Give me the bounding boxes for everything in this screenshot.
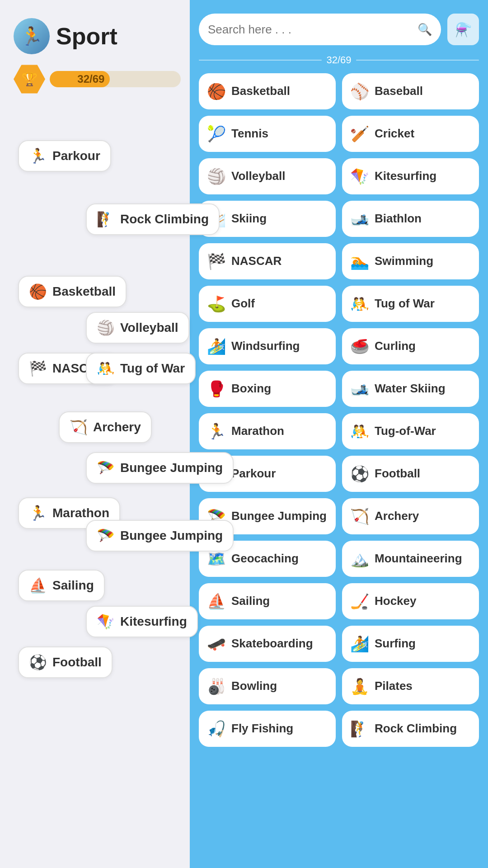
label-rock-climbing: Rock Climbing bbox=[120, 212, 209, 226]
grid-item-marathon[interactable]: 🏃Marathon bbox=[199, 413, 336, 449]
label-kitesurfing: Kitesurfing bbox=[120, 614, 187, 629]
grid-label-archery: Archery bbox=[375, 509, 419, 523]
left-item-volleyball[interactable]: 🏐Volleyball bbox=[86, 312, 189, 344]
trophy-icon: 🏆 bbox=[14, 63, 45, 95]
grid-item-surfing[interactable]: 🏄Surfing bbox=[342, 626, 479, 662]
grid-label-boxing: Boxing bbox=[231, 382, 271, 396]
label-bungee-jumping-2: Bungee Jumping bbox=[120, 528, 223, 543]
grid-label-baseball: Baseball bbox=[375, 84, 423, 98]
grid-emoji-cricket: 🏏 bbox=[350, 125, 369, 143]
grid-label-windsurfing: Windsurfing bbox=[231, 339, 300, 353]
left-item-tug-of-war[interactable]: 🤼Tug of War bbox=[86, 353, 196, 384]
grid-item-kitesurfing[interactable]: 🪁Kitesurfing bbox=[342, 158, 479, 194]
emoji-rock-climbing: 🧗 bbox=[97, 211, 115, 228]
left-item-bungee-jumping-2[interactable]: 🪂Bungee Jumping bbox=[86, 520, 234, 552]
grid-item-archery[interactable]: 🏹Archery bbox=[342, 498, 479, 534]
label-parkour: Parkour bbox=[52, 149, 100, 163]
grid-item-water-skiing[interactable]: 🎿Water Skiing bbox=[342, 371, 479, 407]
grid-item-sailing[interactable]: ⛵Sailing bbox=[199, 583, 336, 619]
grid-item-curling[interactable]: 🥌Curling bbox=[342, 328, 479, 364]
grid-item-swimming[interactable]: 🏊Swimming bbox=[342, 243, 479, 279]
progress-label-row: 32/69 bbox=[199, 54, 479, 66]
left-item-sailing[interactable]: ⛵Sailing bbox=[18, 570, 105, 601]
grid-label-kitesurfing: Kitesurfing bbox=[375, 169, 436, 183]
emoji-basketball: 🏀 bbox=[29, 283, 47, 300]
label-football: Football bbox=[52, 655, 102, 670]
grid-emoji-mountaineering: 🏔️ bbox=[350, 550, 369, 568]
emoji-football: ⚽ bbox=[29, 654, 47, 671]
grid-emoji-skateboarding: 🛹 bbox=[207, 635, 226, 653]
grid-emoji-windsurfing: 🏄 bbox=[207, 337, 226, 355]
grid-label-nascar: NASCAR bbox=[231, 254, 282, 268]
search-row: 🔍 ⚗️ bbox=[199, 14, 479, 45]
grid-item-fly-fishing[interactable]: 🎣Fly Fishing bbox=[199, 711, 336, 747]
grid-item-rock-climbing[interactable]: 🧗Rock Climbing bbox=[342, 711, 479, 747]
grid-label-curling: Curling bbox=[375, 339, 416, 353]
emoji-sailing: ⛵ bbox=[29, 577, 47, 594]
left-item-kitesurfing[interactable]: 🪁Kitesurfing bbox=[86, 606, 198, 637]
label-sailing: Sailing bbox=[52, 578, 94, 593]
search-icon: 🔍 bbox=[418, 23, 432, 37]
left-item-archery[interactable]: 🏹Archery bbox=[59, 411, 152, 443]
emoji-parkour: 🏃 bbox=[29, 147, 47, 165]
label-marathon: Marathon bbox=[52, 506, 109, 520]
grid-label-mountaineering: Mountaineering bbox=[375, 552, 462, 566]
grid-label-sailing: Sailing bbox=[231, 594, 270, 608]
grid-emoji-sailing: ⛵ bbox=[207, 592, 226, 610]
grid-label-volleyball: Volleyball bbox=[231, 169, 285, 183]
left-item-rock-climbing[interactable]: 🧗Rock Climbing bbox=[86, 203, 220, 235]
grid-label-tennis: Tennis bbox=[231, 127, 268, 141]
grid-emoji-marathon: 🏃 bbox=[207, 422, 226, 440]
grid-item-golf[interactable]: ⛳Golf bbox=[199, 286, 336, 322]
grid-emoji-surfing: 🏄 bbox=[350, 635, 369, 653]
grid-label-tug-of-war-2: Tug-of-War bbox=[375, 424, 436, 438]
grid-item-tug-of-war-2[interactable]: 🤼Tug-of-War bbox=[342, 413, 479, 449]
grid-label-tug-of-war: Tug of War bbox=[375, 297, 435, 311]
grid-emoji-volleyball: 🏐 bbox=[207, 167, 226, 185]
grid-item-mountaineering[interactable]: 🏔️Mountaineering bbox=[342, 541, 479, 577]
grid-label-parkour: Parkour bbox=[231, 467, 276, 481]
left-item-basketball[interactable]: 🏀Basketball bbox=[18, 276, 127, 307]
grid-item-pilates[interactable]: 🧘Pilates bbox=[342, 668, 479, 704]
filter-button[interactable]: ⚗️ bbox=[447, 14, 479, 45]
search-box: 🔍 bbox=[199, 14, 441, 45]
progress-container: 🏆 32/69 bbox=[14, 63, 181, 95]
grid-emoji-curling: 🥌 bbox=[350, 337, 369, 355]
grid-emoji-water-skiing: 🎿 bbox=[350, 380, 369, 398]
search-input[interactable] bbox=[208, 23, 413, 37]
grid-item-bowling[interactable]: 🎳Bowling bbox=[199, 668, 336, 704]
grid-item-cricket[interactable]: 🏏Cricket bbox=[342, 116, 479, 152]
grid-item-basketball[interactable]: 🏀Basketball bbox=[199, 73, 336, 109]
grid-item-nascar[interactable]: 🏁NASCAR bbox=[199, 243, 336, 279]
left-item-bungee-jumping-1[interactable]: 🪂Bungee Jumping bbox=[86, 452, 234, 484]
grid-item-skateboarding[interactable]: 🛹Skateboarding bbox=[199, 626, 336, 662]
grid-item-biathlon[interactable]: 🎿Biathlon bbox=[342, 201, 479, 237]
grid-item-hockey[interactable]: 🏒Hockey bbox=[342, 583, 479, 619]
emoji-archery: 🏹 bbox=[70, 419, 88, 436]
grid-item-tennis[interactable]: 🎾Tennis bbox=[199, 116, 336, 152]
grid-emoji-baseball: ⚾ bbox=[350, 82, 369, 100]
emoji-bungee-jumping-2: 🪂 bbox=[97, 527, 115, 544]
grid-item-windsurfing[interactable]: 🏄Windsurfing bbox=[199, 328, 336, 364]
grid-label-skiing: Skiing bbox=[231, 212, 267, 226]
grid-item-boxing[interactable]: 🥊Boxing bbox=[199, 371, 336, 407]
grid-emoji-football: ⚽ bbox=[350, 465, 369, 483]
grid-item-volleyball[interactable]: 🏐Volleyball bbox=[199, 158, 336, 194]
grid-item-football[interactable]: ⚽Football bbox=[342, 456, 479, 492]
grid-emoji-hockey: 🏒 bbox=[350, 592, 369, 610]
grid-emoji-basketball: 🏀 bbox=[207, 82, 226, 100]
left-item-football[interactable]: ⚽Football bbox=[18, 646, 113, 678]
label-bungee-jumping-1: Bungee Jumping bbox=[120, 461, 223, 475]
left-item-parkour[interactable]: 🏃Parkour bbox=[18, 140, 111, 172]
grid-label-basketball: Basketball bbox=[231, 84, 290, 98]
sports-grid: 🏀Basketball⚾Baseball🎾Tennis🏏Cricket🏐Voll… bbox=[199, 73, 479, 747]
grid-emoji-biathlon: 🎿 bbox=[350, 210, 369, 228]
grid-label-geocaching: Geocaching bbox=[231, 552, 299, 566]
grid-emoji-geocaching: 🗺️ bbox=[207, 550, 226, 568]
grid-item-tug-of-war[interactable]: 🤼Tug of War bbox=[342, 286, 479, 322]
emoji-tug-of-war: 🤼 bbox=[97, 360, 115, 377]
grid-emoji-kitesurfing: 🪁 bbox=[350, 167, 369, 185]
grid-label-golf: Golf bbox=[231, 297, 255, 311]
grid-item-baseball[interactable]: ⚾Baseball bbox=[342, 73, 479, 109]
emoji-bungee-jumping-1: 🪂 bbox=[97, 459, 115, 476]
